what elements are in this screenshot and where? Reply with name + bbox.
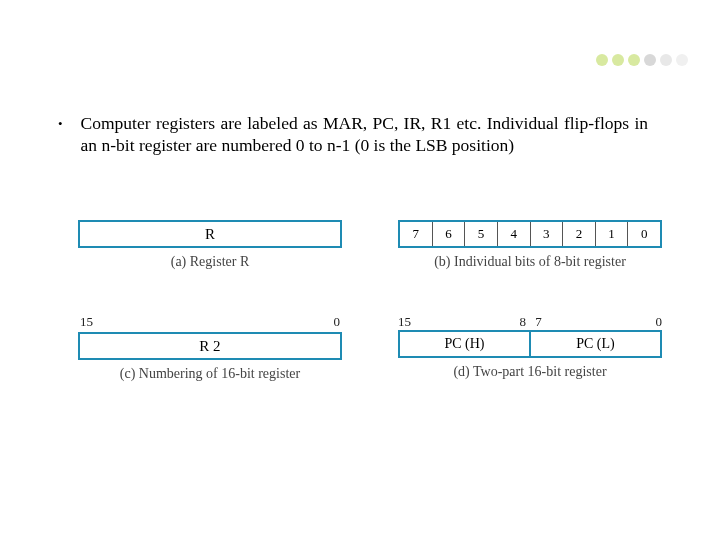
dot-icon <box>628 54 640 66</box>
bit-index-0: 0 <box>656 314 663 330</box>
figure-a: R (a) Register R <box>78 206 342 270</box>
bit-cell: 3 <box>531 222 564 246</box>
figure-b: 7 6 5 4 3 2 1 0 (b) Individual bits of 8… <box>398 206 662 270</box>
bits-box: 7 6 5 4 3 2 1 0 <box>398 220 662 248</box>
bit-cell: 4 <box>498 222 531 246</box>
twopart-register: PC (H) PC (L) <box>398 330 662 358</box>
dot-icon <box>596 54 608 66</box>
register-box-r2: R 2 <box>78 332 342 360</box>
bit-index-7: 7 <box>535 314 542 330</box>
bit-cell: 7 <box>400 222 433 246</box>
figure-grid: R (a) Register R 7 6 5 4 3 2 1 0 (b) Ind… <box>78 206 662 382</box>
bullet-item: • Computer registers are labeled as MAR,… <box>58 112 648 156</box>
pc-low: PC (L) <box>531 332 660 356</box>
dot-icon <box>644 54 656 66</box>
bit-cell: 2 <box>563 222 596 246</box>
dot-icon <box>612 54 624 66</box>
register-box-r: R <box>78 220 342 248</box>
caption-b: (b) Individual bits of 8-bit register <box>398 254 662 270</box>
caption-a: (a) Register R <box>78 254 342 270</box>
bit-cell: 0 <box>628 222 660 246</box>
bit-index-high: 15 <box>80 314 93 330</box>
corner-decoration <box>596 54 688 66</box>
dot-icon <box>660 54 672 66</box>
caption-c: (c) Numbering of 16-bit register <box>78 366 342 382</box>
bit-cell: 1 <box>596 222 629 246</box>
figure-c: 15 0 R 2 (c) Numbering of 16-bit registe… <box>78 314 342 382</box>
bit-cell: 5 <box>465 222 498 246</box>
dot-icon <box>676 54 688 66</box>
bullet-text: Computer registers are labeled as MAR, P… <box>81 112 648 156</box>
bit-cell: 6 <box>433 222 466 246</box>
figure-d: 15 8 7 0 PC (H) PC (L) (d) Two-part 16-b… <box>398 314 662 382</box>
bit-index-8: 8 <box>519 314 526 330</box>
bit-index-low: 0 <box>334 314 341 330</box>
pc-high: PC (H) <box>400 332 531 356</box>
caption-d: (d) Two-part 16-bit register <box>398 364 662 380</box>
bit-index-15: 15 <box>398 314 411 330</box>
bullet-marker: • <box>58 112 63 156</box>
